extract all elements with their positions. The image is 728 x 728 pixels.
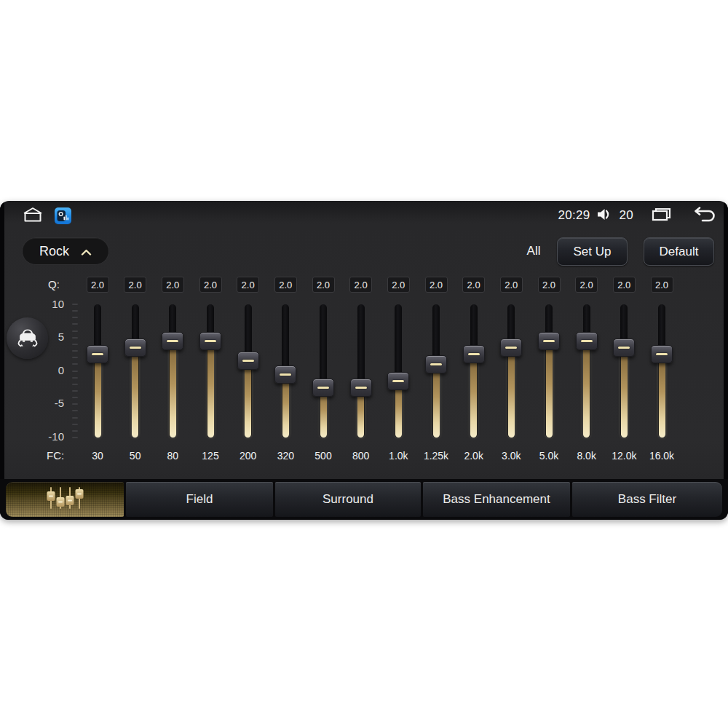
scale-tick xyxy=(72,331,78,332)
slider-grip xyxy=(92,353,103,355)
band-slider-2.0k[interactable] xyxy=(456,201,492,478)
tab-bar: FieldSurroundBass EnhancementBass Filter xyxy=(0,479,728,520)
slider-fill xyxy=(508,347,515,438)
slider-grip xyxy=(205,340,216,342)
slider-grip xyxy=(167,340,178,342)
band-slider-16.0k[interactable] xyxy=(644,201,680,478)
slider-grip xyxy=(130,347,141,349)
equalizer-app-icon xyxy=(55,207,71,224)
band-slider-125[interactable] xyxy=(192,201,229,478)
recent-apps-button[interactable] xyxy=(650,207,673,225)
slider-fill xyxy=(470,355,477,438)
slider-handle-200[interactable] xyxy=(237,352,259,370)
scale-tick xyxy=(72,437,78,438)
slider-handle-16.0k[interactable] xyxy=(651,345,673,363)
slider-handle-1.0k[interactable] xyxy=(387,372,409,390)
scale-tick xyxy=(72,371,78,372)
slider-handle-3.0k[interactable] xyxy=(500,339,522,357)
band-slider-5.0k[interactable] xyxy=(531,201,567,478)
band-slider-50[interactable] xyxy=(117,201,154,478)
tab-label-bass-filter: Bass Filter xyxy=(618,492,676,507)
band-slider-80[interactable] xyxy=(154,201,191,478)
tab-label-bass-enhancement: Bass Enhancement xyxy=(443,492,550,507)
scale-tick xyxy=(72,417,78,419)
slider-grip xyxy=(505,347,517,349)
slider-handle-8.0k[interactable] xyxy=(576,332,598,350)
band-slider-200[interactable] xyxy=(230,201,266,478)
scale-label-0: 0 xyxy=(26,364,64,377)
slider-handle-5.0k[interactable] xyxy=(538,332,560,350)
scale-tick xyxy=(72,377,78,379)
tab-equalizer[interactable] xyxy=(6,482,124,517)
tab-label-field: Field xyxy=(186,492,213,507)
equalizer-sliders-icon xyxy=(45,485,84,515)
slider-fill xyxy=(659,355,665,438)
scale-tick xyxy=(72,344,78,345)
home-button[interactable] xyxy=(20,206,45,226)
slider-handle-1.25k[interactable] xyxy=(425,355,447,373)
slider-handle-80[interactable] xyxy=(162,332,183,350)
scale-tick xyxy=(72,384,78,385)
slider-grip xyxy=(355,387,367,389)
scale-tick xyxy=(72,310,78,312)
band-slider-30[interactable] xyxy=(79,201,116,478)
slider-grip xyxy=(392,380,404,382)
slider-handle-500[interactable] xyxy=(312,379,334,397)
slider-handle-12.0k[interactable] xyxy=(613,339,635,357)
eq-app-button[interactable] xyxy=(55,207,71,224)
slider-fill xyxy=(433,364,440,438)
band-slider-3.0k[interactable] xyxy=(493,201,529,478)
bezel-left xyxy=(0,201,4,520)
slider-fill xyxy=(245,361,251,438)
slider-fill xyxy=(95,355,101,438)
scale-tick xyxy=(72,397,78,398)
scale-tick xyxy=(72,390,78,392)
slider-handle-2.0k[interactable] xyxy=(463,345,485,363)
q-label: Q: xyxy=(48,277,60,293)
slider-handle-50[interactable] xyxy=(124,339,146,357)
slider-grip xyxy=(430,363,442,365)
band-slider-500[interactable] xyxy=(305,201,341,478)
slider-fill xyxy=(583,341,590,438)
slider-handle-30[interactable] xyxy=(87,345,108,363)
scale-label-neg10: -10 xyxy=(26,430,64,443)
slider-fill xyxy=(170,341,176,438)
back-button[interactable] xyxy=(692,207,716,225)
tab-bass-enhancement[interactable]: Bass Enhancement xyxy=(423,482,570,517)
tab-bass-filter[interactable]: Bass Filter xyxy=(572,482,722,517)
recent-apps-icon xyxy=(650,207,673,225)
slider-grip xyxy=(543,340,555,342)
band-slider-1.0k[interactable] xyxy=(380,201,416,478)
scale-tick xyxy=(72,410,78,411)
head-unit-screen: 20:29 20 xyxy=(0,201,728,520)
volume-icon xyxy=(596,207,612,224)
slider-fill xyxy=(132,347,138,438)
sound-position-car-button[interactable] xyxy=(7,317,48,359)
slider-fill xyxy=(546,341,553,438)
preset-value: Rock xyxy=(39,244,69,259)
home-icon xyxy=(20,206,45,226)
band-slider-12.0k[interactable] xyxy=(606,201,642,478)
slider-handle-800[interactable] xyxy=(350,379,372,397)
freq-label-16.0k: 16.0k xyxy=(640,449,684,462)
car-surround-icon xyxy=(14,324,41,352)
band-slider-800[interactable] xyxy=(343,201,379,478)
band-slider-320[interactable] xyxy=(267,201,304,478)
tab-field[interactable]: Field xyxy=(126,482,273,517)
slider-handle-125[interactable] xyxy=(199,332,221,350)
scale-label-10: 10 xyxy=(26,298,64,311)
scale-tick xyxy=(72,323,78,325)
band-slider-1.25k[interactable] xyxy=(418,201,454,478)
slider-grip xyxy=(618,347,630,349)
slider-grip xyxy=(656,353,668,355)
slider-fill xyxy=(207,341,214,438)
scale-tick xyxy=(72,357,78,358)
back-icon xyxy=(692,207,716,225)
band-slider-8.0k[interactable] xyxy=(569,201,605,478)
scale-tick xyxy=(72,304,78,305)
tab-surround[interactable]: Surround xyxy=(275,482,421,517)
slider-grip xyxy=(468,353,480,355)
volume-level: 20 xyxy=(619,208,633,223)
slider-handle-320[interactable] xyxy=(274,365,296,384)
scale-tick xyxy=(72,337,78,339)
